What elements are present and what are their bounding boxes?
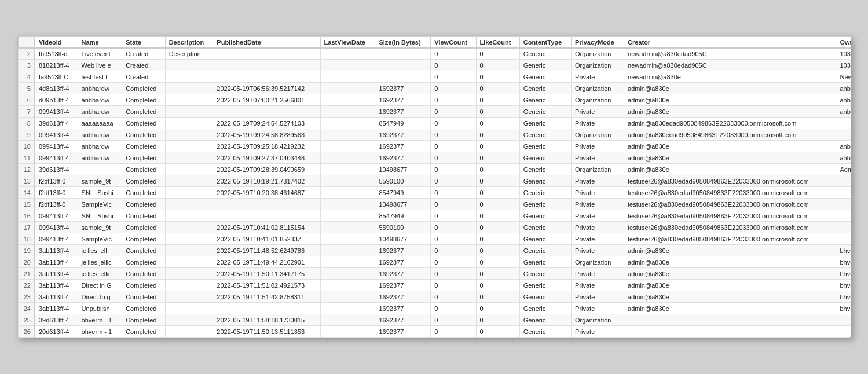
cell-name: Web live e — [78, 60, 122, 71]
cell-name: SampleVic — [78, 233, 122, 245]
cell-privacymode: Private — [572, 141, 624, 152]
cell-num: 14 — [18, 187, 35, 199]
cell-lastviewdate — [320, 256, 375, 268]
cell-privacymode: Private — [572, 175, 624, 187]
cell-publisheddate: 2022-05-19T10:41:01.85233Z — [213, 233, 320, 245]
cell-videoid: 39d613ff-4 — [35, 118, 78, 129]
cell-state: Completed — [122, 187, 165, 199]
cell-likecount: 0 — [476, 71, 519, 83]
cell-state: Completed — [122, 210, 165, 222]
cell-owners: 10357057-96f — [836, 60, 851, 71]
cell-name: Direct in G — [78, 280, 122, 291]
cell-lastviewdate — [320, 326, 375, 338]
cell-num: 21 — [18, 268, 35, 280]
cell-likecount: 0 — [476, 256, 519, 268]
cell-viewcount: 0 — [431, 233, 476, 245]
cell-publisheddate: 2022-05-19T06:56:39.5217142 — [213, 83, 320, 94]
table-row: 3818213ff-4Web live eCreated00GenericOrg… — [18, 60, 851, 71]
cell-contenttype: Generic — [519, 164, 571, 175]
cell-likecount: 0 — [476, 129, 519, 141]
cell-description — [165, 233, 213, 245]
cell-size: 1692377 — [375, 326, 431, 338]
cell-owners: bhverm-demo@a830edad9050849863E22033000.… — [836, 256, 851, 268]
cell-size: 1692377 — [375, 152, 431, 164]
cell-contenttype: Generic — [519, 187, 571, 199]
cell-publisheddate: 2022-05-19T11:50:11.3417175 — [213, 268, 320, 280]
cell-videoid: f2df13ff-0 — [35, 175, 78, 187]
cell-viewcount: 0 — [431, 199, 476, 210]
cell-state: Completed — [122, 233, 165, 245]
cell-owners: New Admin — [836, 71, 851, 83]
cell-videoid: 099413ff-4 — [35, 233, 78, 245]
cell-owners — [836, 129, 851, 141]
cell-videoid: 099413ff-4 — [35, 141, 78, 152]
cell-viewcount: 0 — [431, 245, 476, 256]
cell-contenttype: Generic — [519, 48, 571, 60]
cell-likecount: 0 — [476, 83, 519, 94]
cell-lastviewdate — [320, 303, 375, 314]
cell-description — [165, 141, 213, 152]
cell-contenttype: Generic — [519, 141, 571, 152]
cell-viewcount: 0 — [431, 83, 476, 94]
cell-name: sample_9t — [78, 175, 122, 187]
cell-publisheddate — [213, 210, 320, 222]
cell-publisheddate — [213, 48, 320, 60]
cell-size: 5590100 — [375, 175, 431, 187]
cell-lastviewdate — [320, 152, 375, 164]
cell-description — [165, 222, 213, 233]
cell-likecount: 0 — [476, 210, 519, 222]
cell-privacymode: Organization — [572, 60, 624, 71]
cell-publisheddate: 2022-05-19T10:19:21.7317402 — [213, 175, 320, 187]
cell-contenttype: Generic — [519, 210, 571, 222]
cell-owners — [836, 175, 851, 187]
cell-privacymode: Private — [572, 152, 624, 164]
cell-description — [165, 245, 213, 256]
table-row: 2620d613ff-4bhverm - 1Completed2022-05-1… — [18, 326, 851, 338]
cell-description — [165, 60, 213, 71]
cell-videoid: 099413ff-4 — [35, 222, 78, 233]
col-header-state: State — [122, 36, 165, 48]
table-row: 243ab113ff-4UnpublishCompleted169237700G… — [18, 303, 851, 314]
cell-privacymode: Private — [572, 268, 624, 280]
cell-viewcount: 0 — [431, 291, 476, 303]
cell-size: 10498677 — [375, 233, 431, 245]
cell-description — [165, 152, 213, 164]
spreadsheet-container[interactable]: VideoId Name State Description Published… — [17, 36, 851, 339]
cell-state: Completed — [122, 245, 165, 256]
cell-contenttype: Generic — [519, 60, 571, 71]
cell-state: Completed — [122, 256, 165, 268]
col-header-publisheddate: PublishedDate — [213, 36, 320, 48]
cell-description — [165, 164, 213, 175]
cell-creator: admin@a830e — [624, 245, 836, 256]
cell-owners: bhverm-demo@a830edad9050849863E22033000.… — [836, 245, 851, 256]
cell-owners: bhverm-demo@a830edad9050849863E22033000.… — [836, 280, 851, 291]
cell-contenttype: Generic — [519, 326, 571, 338]
cell-size — [375, 71, 431, 83]
cell-publisheddate — [213, 60, 320, 71]
cell-num: 18 — [18, 233, 35, 245]
table-row: 203ab113ff-4jellies jellicCompleted2022-… — [18, 256, 851, 268]
cell-viewcount: 0 — [431, 118, 476, 129]
cell-creator: admin@a830e — [624, 152, 836, 164]
cell-likecount: 0 — [476, 94, 519, 106]
cell-state: Completed — [122, 280, 165, 291]
cell-creator: admin@a830e — [624, 280, 836, 291]
cell-state: Completed — [122, 106, 165, 118]
cell-state: Created — [122, 48, 165, 60]
cell-owners: bhverm-demo@a830edad9050849863E22033000.… — [836, 303, 851, 314]
table-row: 193ab113ff-4jellies jellCompleted2022-05… — [18, 245, 851, 256]
cell-videoid: 099413ff-4 — [35, 129, 78, 141]
cell-videoid: 3ab113ff-4 — [35, 245, 78, 256]
cell-privacymode: Private — [572, 210, 624, 222]
cell-size: 1692377 — [375, 129, 431, 141]
cell-name: bhverm - 1 — [78, 314, 122, 326]
cell-description — [165, 71, 213, 83]
cell-num: 17 — [18, 222, 35, 233]
cell-viewcount: 0 — [431, 94, 476, 106]
cell-description — [165, 268, 213, 280]
cell-videoid: 4d8a13ff-4 — [35, 83, 78, 94]
cell-size: 1692377 — [375, 256, 431, 268]
cell-contenttype: Generic — [519, 83, 571, 94]
cell-privacymode: Private — [572, 233, 624, 245]
cell-name: Live event — [78, 48, 122, 60]
